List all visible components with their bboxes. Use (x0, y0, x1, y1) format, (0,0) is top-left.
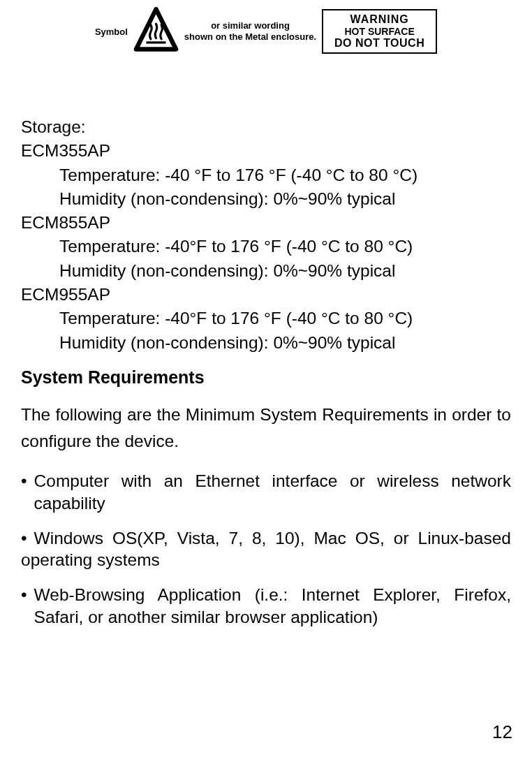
warning-strip: Symbol or similar wording shown on the M… (21, 7, 511, 56)
system-requirements-heading: System Requirements (21, 367, 511, 388)
bullet-text-2: Web-Browsing Application (i.e.: Internet… (34, 584, 511, 629)
bullet-dot-icon: • (21, 470, 34, 515)
bullet-text-1-wrap: •Windows OS(XP, Vista, 7, 8, 10), Mac OS… (21, 529, 511, 570)
similar-wording-line2: shown on the Metal enclosure. (184, 31, 316, 43)
document-page: Symbol or similar wording shown on the M… (0, 0, 532, 662)
model-temp-2: Temperature: -40°F to 176 °F (-40 °C to … (21, 307, 511, 330)
storage-section: Storage: ECM355AP Temperature: -40 °F to… (21, 115, 511, 355)
warning-box: WARNING HOT SURFACE DO NOT TOUCH (322, 9, 437, 54)
model-temp-0: Temperature: -40 °F to 176 °F (-40 °C to… (21, 163, 511, 187)
warning-box-line1: WARNING (329, 13, 430, 26)
bullet-item-2: • Web-Browsing Application (i.e.: Intern… (21, 584, 511, 629)
model-name-1: ECM855AP (21, 211, 511, 235)
hot-surface-caution-icon (133, 7, 179, 56)
model-name-2: ECM955AP (21, 283, 511, 307)
model-humidity-0: Humidity (non-condensing): 0%~90% typica… (21, 187, 511, 211)
model-name-0: ECM355AP (21, 139, 511, 163)
bullet-text-1: Windows OS(XP, Vista, 7, 8, 10), Mac OS,… (21, 529, 511, 570)
similar-wording-line1: or similar wording (184, 20, 316, 31)
model-humidity-1: Humidity (non-condensing): 0%~90% typica… (21, 259, 511, 283)
bullet-text-0: Computer with an Ethernet interface or w… (34, 470, 511, 515)
bullet-item-0: • Computer with an Ethernet interface or… (21, 470, 511, 515)
warning-box-line2: HOT SURFACE (329, 26, 430, 37)
model-humidity-2: Humidity (non-condensing): 0%~90% typica… (21, 331, 511, 355)
model-temp-1: Temperature: -40°F to 176 °F (-40 °C to … (21, 235, 511, 258)
bullet-dot-icon: • (21, 584, 34, 629)
storage-title: Storage: (21, 115, 511, 139)
warning-box-line3: DO NOT TOUCH (329, 37, 430, 50)
symbol-label: Symbol (95, 27, 128, 37)
bullet-item-1: •Windows OS(XP, Vista, 7, 8, 10), Mac OS… (21, 527, 511, 572)
system-requirements-intro: The following are the Minimum System Req… (21, 402, 511, 455)
bullet-dot-icon: • (21, 529, 34, 548)
page-number: 12 (492, 721, 512, 743)
similar-wording-text: or similar wording shown on the Metal en… (184, 20, 316, 42)
